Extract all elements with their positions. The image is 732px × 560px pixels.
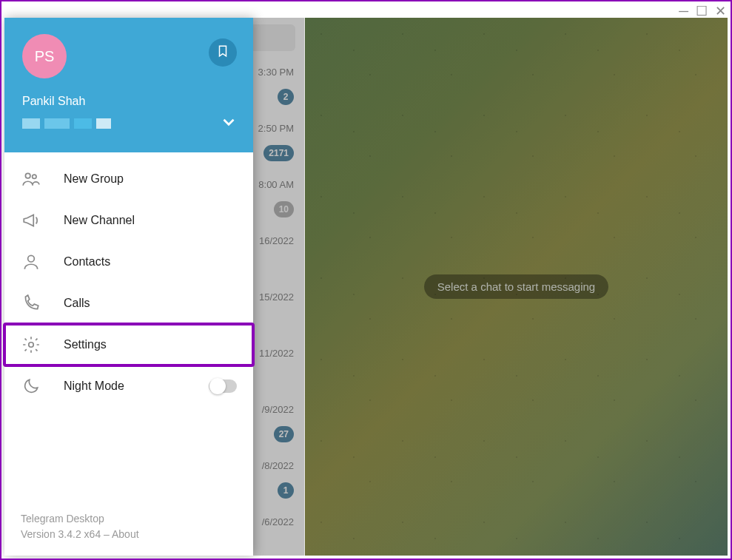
menu-item-calls[interactable]: Calls bbox=[4, 283, 253, 324]
unread-badge: 2171 bbox=[263, 145, 294, 161]
menu-item-settings[interactable]: Settings bbox=[4, 324, 253, 365]
menu-item-new-channel[interactable]: New Channel bbox=[4, 200, 253, 241]
chat-time: /8/2022 bbox=[262, 460, 294, 471]
menu-label: Settings bbox=[64, 338, 107, 351]
megaphone-icon bbox=[21, 210, 41, 231]
svg-point-1 bbox=[33, 175, 36, 178]
phone-icon bbox=[21, 293, 41, 314]
window-close-button[interactable]: ✕ bbox=[715, 4, 726, 18]
chat-time: 16/2022 bbox=[259, 235, 294, 246]
chevron-down-icon bbox=[219, 121, 238, 134]
menu-label: Contacts bbox=[64, 255, 110, 269]
chat-time: 11/2022 bbox=[259, 348, 294, 359]
menu-label: Night Mode bbox=[64, 379, 124, 393]
menu-label: New Channel bbox=[64, 214, 135, 227]
unread-badge: 10 bbox=[274, 201, 294, 217]
drawer-footer: Telegram Desktop Version 3.4.2 x64 – Abo… bbox=[4, 502, 253, 556]
gear-icon bbox=[21, 334, 41, 355]
chat-time: 8:00 AM bbox=[258, 179, 294, 190]
menu-label: New Group bbox=[64, 172, 124, 186]
window-minimize-button[interactable]: ─ bbox=[679, 4, 688, 18]
svg-point-3 bbox=[29, 343, 34, 348]
window-maximize-button[interactable]: ☐ bbox=[696, 4, 708, 18]
avatar[interactable]: PS bbox=[22, 34, 67, 78]
chat-time: 2:50 PM bbox=[258, 123, 294, 134]
menu-item-contacts[interactable]: Contacts bbox=[4, 241, 253, 283]
empty-state-bubble: Select a chat to start messaging bbox=[424, 274, 608, 299]
main-menu-drawer: PS Pankil Shah bbox=[4, 18, 253, 556]
saved-messages-button[interactable] bbox=[209, 38, 237, 67]
chat-time: 15/2022 bbox=[259, 291, 294, 303]
app-frame: 3:30 PMu…22:50 PM21718:00 AMo…1016/20222… bbox=[4, 18, 728, 556]
chat-content-area: Select a chat to start messaging bbox=[305, 18, 728, 556]
bookmark-icon bbox=[216, 44, 229, 61]
moon-icon bbox=[21, 376, 41, 397]
group-icon bbox=[21, 169, 41, 189]
chat-time: /6/2022 bbox=[262, 516, 294, 527]
drawer-menu: New Group New Channel Contacts Calls bbox=[4, 152, 253, 502]
night-mode-toggle[interactable] bbox=[209, 379, 237, 393]
person-icon bbox=[21, 252, 41, 272]
drawer-header: PS Pankil Shah bbox=[4, 18, 253, 152]
profile-phone-redacted bbox=[22, 118, 111, 129]
menu-item-night-mode[interactable]: Night Mode bbox=[4, 365, 253, 407]
window-controls: ─ ☐ ✕ bbox=[679, 4, 726, 18]
menu-label: Calls bbox=[64, 297, 90, 310]
unread-badge: 2 bbox=[278, 89, 294, 105]
account-switcher-button[interactable] bbox=[219, 112, 238, 135]
svg-point-0 bbox=[25, 173, 30, 178]
svg-point-2 bbox=[28, 255, 35, 262]
unread-badge: 27 bbox=[274, 426, 294, 442]
avatar-initials: PS bbox=[35, 48, 55, 65]
app-version[interactable]: Version 3.4.2 x64 – About bbox=[21, 527, 237, 542]
app-name: Telegram Desktop bbox=[21, 511, 237, 527]
unread-badge: 1 bbox=[278, 482, 294, 499]
chat-time: 3:30 PM bbox=[258, 67, 294, 78]
empty-state-text: Select a chat to start messaging bbox=[437, 280, 595, 293]
menu-item-new-group[interactable]: New Group bbox=[4, 158, 253, 200]
profile-name: Pankil Shah bbox=[22, 95, 238, 108]
chat-time: /9/2022 bbox=[262, 404, 294, 415]
